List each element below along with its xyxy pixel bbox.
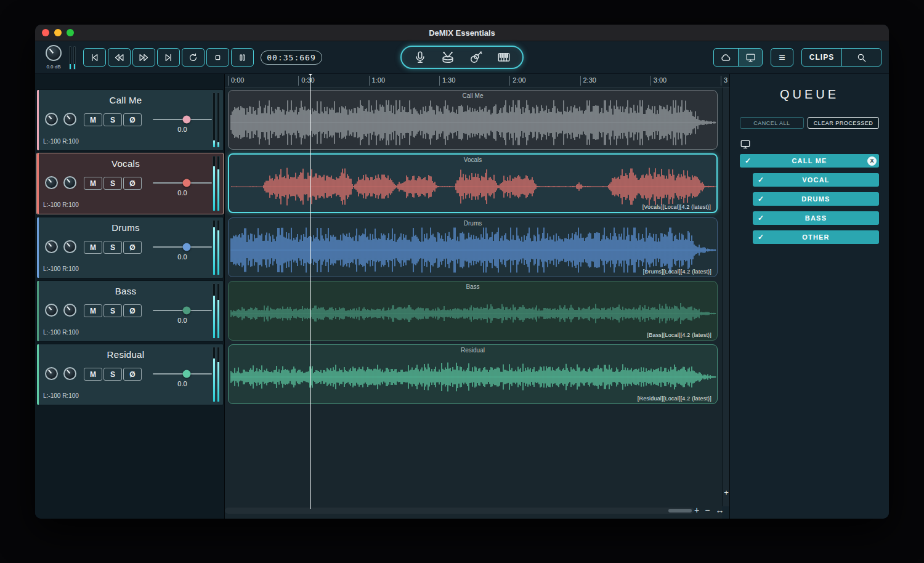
phase-button[interactable]: Ø — [123, 304, 142, 317]
solo-button[interactable]: S — [103, 177, 122, 190]
solo-button[interactable]: S — [103, 304, 122, 317]
vertical-scrollbar[interactable] — [722, 87, 729, 506]
clip-name: Bass — [229, 283, 717, 290]
track-header[interactable]: Drums M S Ø 0.0 L:-100 R:100 — [36, 217, 224, 278]
track-header[interactable]: Bass M S Ø 0.0 L:-100 R:100 — [36, 280, 224, 342]
track-header[interactable]: Vocals M S Ø 0.0 L:-100 R:100 — [36, 153, 224, 214]
queue-stem-item[interactable]: ✓ VOCAL — [753, 173, 879, 187]
volume-slider[interactable] — [153, 115, 212, 124]
fast-forward-icon — [139, 52, 149, 63]
volume-slider[interactable] — [153, 242, 212, 252]
track-color-stripe — [37, 217, 39, 278]
mute-button[interactable]: M — [84, 304, 102, 317]
track-buttons: M S Ø — [84, 304, 142, 317]
queue-stem-name: DRUMS — [753, 195, 879, 203]
search-button[interactable] — [841, 49, 881, 66]
horizontal-scrollbar-thumb[interactable] — [668, 509, 692, 512]
stem-microphone-button[interactable] — [411, 48, 429, 67]
close-window-button[interactable] — [42, 29, 49, 36]
local-processing-button[interactable] — [738, 49, 762, 66]
zoom-fit-button[interactable]: ↔ — [715, 504, 724, 516]
mute-button[interactable]: M — [84, 368, 102, 381]
stem-drums-button[interactable] — [439, 48, 457, 67]
track-name: Drums — [43, 222, 208, 233]
mute-button[interactable]: M — [84, 177, 102, 190]
pan-right-knob[interactable] — [63, 304, 76, 317]
phase-button[interactable]: Ø — [123, 113, 142, 126]
minimize-window-button[interactable] — [54, 29, 62, 36]
volume-slider-handle[interactable] — [182, 179, 190, 187]
pan-left-knob[interactable] — [45, 113, 58, 126]
queue-job-item[interactable]: ✓ CALL ME X — [740, 154, 879, 168]
playhead[interactable] — [310, 74, 311, 509]
ruler-tick: 0:00 — [228, 76, 244, 86]
toolbar: 0.0 dB 00:35:669 ≡ CLIPS — [35, 41, 889, 74]
solo-button[interactable]: S — [103, 113, 122, 126]
transport-loop-button[interactable] — [182, 48, 205, 67]
stem-guitar-button[interactable] — [467, 48, 485, 67]
pan-left-knob[interactable] — [45, 367, 58, 380]
waveform-clip[interactable]: Vocals [Vocals][Local][4.2 (latest)] — [228, 153, 718, 213]
solo-button[interactable]: S — [103, 241, 122, 254]
remove-job-button[interactable]: X — [867, 156, 877, 166]
zoom-window-button[interactable] — [67, 29, 74, 36]
menu-button[interactable]: ≡ — [771, 48, 793, 67]
mute-button[interactable]: M — [84, 113, 102, 126]
queue-stem-item[interactable]: ✓ OTHER — [753, 230, 879, 244]
phase-button[interactable]: Ø — [123, 241, 142, 254]
clips-button[interactable]: CLIPS — [802, 49, 841, 66]
zoom-in-horizontal-button[interactable]: + — [694, 504, 699, 516]
transport-pause-button[interactable] — [231, 48, 254, 67]
pan-left-knob[interactable] — [45, 304, 58, 317]
pan-right-knob[interactable] — [63, 113, 76, 126]
queue-job-name: CALL ME — [740, 157, 879, 164]
pan-right-knob[interactable] — [63, 176, 76, 189]
cancel-all-button[interactable]: CANCEL ALL — [740, 117, 804, 129]
volume-slider-handle[interactable] — [182, 307, 190, 315]
monitor-icon — [745, 52, 756, 63]
search-icon — [856, 52, 867, 63]
transport-fast-forward-button[interactable] — [132, 48, 155, 67]
queue-stem-item[interactable]: ✓ DRUMS — [753, 192, 879, 206]
zoom-out-horizontal-button[interactable]: − — [705, 504, 710, 516]
cloud-processing-button[interactable] — [714, 49, 738, 66]
waveform-clip[interactable]: Call Me — [228, 90, 718, 150]
clear-processed-button[interactable]: CLEAR PROCESSED — [808, 117, 879, 129]
volume-slider[interactable] — [153, 306, 212, 315]
queue-stem-item[interactable]: ✓ BASS — [753, 211, 879, 225]
stem-piano-button[interactable] — [495, 48, 513, 67]
phase-button[interactable]: Ø — [123, 368, 142, 381]
track-header-column: Call Me M S Ø 0.0 L:-100 R:100 Vocals M … — [35, 74, 225, 519]
timeline-ruler[interactable]: 0:000:301:001:302:002:303:003 — [225, 74, 729, 87]
zoom-in-vertical-button[interactable]: + — [723, 488, 730, 497]
transport-skip-end-button[interactable] — [157, 48, 180, 67]
mute-button[interactable]: M — [84, 241, 102, 254]
track-color-stripe — [37, 281, 39, 341]
waveform — [231, 163, 717, 210]
queue-stem-name: BASS — [753, 214, 879, 222]
waveform-clip[interactable]: Drums [Drums][Local][4.2 (latest)] — [228, 217, 718, 277]
pan-left-knob[interactable] — [45, 240, 58, 253]
solo-button[interactable]: S — [103, 368, 122, 381]
volume-slider-handle[interactable] — [182, 370, 190, 378]
master-gain-knob[interactable] — [46, 45, 62, 61]
volume-slider[interactable] — [153, 178, 212, 188]
pan-left-knob[interactable] — [45, 176, 58, 189]
volume-slider[interactable] — [153, 369, 212, 379]
transport-stop-button[interactable] — [206, 48, 229, 67]
volume-slider-handle[interactable] — [182, 116, 190, 124]
pan-right-knob[interactable] — [63, 367, 76, 380]
waveform-clip[interactable]: Bass [Bass][Local][4.2 (latest)] — [228, 281, 718, 341]
waveform-clip[interactable]: Residual [Residual][Local][4.2 (latest)] — [228, 344, 718, 404]
ruler-tick: 3:00 — [650, 76, 667, 86]
waveform — [230, 99, 716, 146]
horizontal-scrollbar[interactable] — [225, 508, 694, 514]
pan-right-knob[interactable] — [63, 240, 76, 253]
transport-skip-start-button[interactable] — [83, 48, 106, 67]
track-header[interactable]: Residual M S Ø 0.0 L:-100 R:100 — [36, 344, 224, 405]
toolbar-right: ≡ CLIPS — [713, 48, 881, 67]
track-header[interactable]: Call Me M S Ø 0.0 L:-100 R:100 — [36, 89, 224, 151]
transport-rewind-button[interactable] — [108, 48, 131, 67]
phase-button[interactable]: Ø — [123, 177, 142, 190]
volume-slider-handle[interactable] — [182, 243, 190, 251]
